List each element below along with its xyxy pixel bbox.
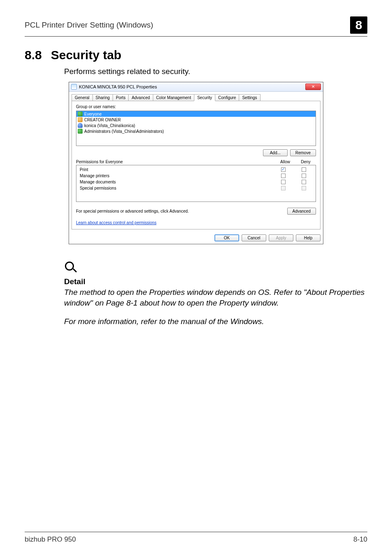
ok-button[interactable]: OK: [214, 234, 239, 241]
close-button[interactable]: ✕: [305, 83, 321, 90]
help-button[interactable]: Help: [296, 234, 321, 241]
intro-text: Performs settings related to security.: [64, 67, 367, 76]
permission-row: Manage printers: [78, 173, 314, 179]
printer-icon: [71, 84, 77, 90]
user-icon: [78, 123, 83, 128]
user-name: Administrators (Vista_China\Administrato…: [84, 129, 164, 134]
footer-right: 8-10: [353, 535, 367, 544]
deny-column-header: Deny: [295, 160, 316, 164]
section-title: Security tab: [51, 48, 122, 62]
group-icon: [78, 129, 83, 134]
tab-configure[interactable]: Configure: [215, 94, 239, 101]
tab-general[interactable]: General: [71, 94, 93, 101]
user-name: CREATOR OWNER: [84, 118, 121, 122]
tab-settings[interactable]: Settings: [239, 94, 260, 101]
remove-button[interactable]: Remove: [290, 149, 316, 156]
detail-paragraph-1: The method to open the Properties window…: [64, 287, 367, 308]
permissions-header-label: Permissions for Everyone: [76, 160, 275, 164]
deny-checkbox[interactable]: [302, 174, 306, 178]
deny-checkbox[interactable]: [302, 180, 306, 184]
dialog-title: KONICA MINOLTA 950 PCL Properties: [79, 84, 305, 89]
permission-label: Manage printers: [78, 174, 273, 179]
tabs-row: GeneralSharingPortsAdvancedColor Managem…: [71, 94, 321, 101]
chapter-number-box: 8: [350, 16, 367, 34]
deny-checkbox: [302, 186, 306, 190]
tab-ports[interactable]: Ports: [113, 94, 129, 101]
detail-paragraph-2: For more information, refer to the manua…: [64, 316, 367, 327]
permission-label: Special permissions: [78, 186, 273, 191]
permission-label: Print: [78, 167, 273, 173]
apply-button[interactable]: Apply: [269, 234, 293, 241]
cancel-button[interactable]: Cancel: [242, 234, 266, 241]
group-icon: [78, 111, 83, 116]
allow-checkbox[interactable]: [281, 167, 286, 172]
user-name: Everyone: [84, 112, 101, 116]
dialog-titlebar[interactable]: KONICA MINOLTA 950 PCL Properties ✕: [69, 82, 323, 92]
tab-advanced[interactable]: Advanced: [128, 94, 153, 101]
tab-color-management[interactable]: Color Management: [153, 94, 194, 101]
page-header-title: PCL Printer Driver Setting (Windows): [25, 21, 350, 30]
properties-dialog: KONICA MINOLTA 950 PCL Properties ✕ Gene…: [69, 82, 323, 244]
user-list[interactable]: EveryoneCREATOR OWNERkonica (Vista_China…: [76, 111, 316, 146]
advanced-button[interactable]: Advanced: [287, 208, 316, 215]
tab-security[interactable]: Security: [194, 94, 215, 101]
user-row[interactable]: konica (Vista_China\konica): [76, 123, 316, 128]
permission-row: Manage documents: [78, 179, 314, 185]
footer-left: bizhub PRO 950: [25, 535, 76, 544]
group-user-names-label: Group or user names:: [76, 104, 316, 109]
detail-heading: Detail: [64, 277, 367, 286]
deny-checkbox[interactable]: [302, 167, 306, 172]
permission-label: Manage documents: [78, 180, 273, 185]
owner-icon: [78, 117, 83, 122]
user-name: konica (Vista_China\konica): [84, 123, 135, 128]
allow-column-header: Allow: [275, 160, 295, 164]
permission-row: Special permissions: [78, 185, 314, 192]
add-button[interactable]: Add...: [263, 149, 288, 156]
allow-checkbox[interactable]: [281, 180, 286, 184]
allow-checkbox[interactable]: [281, 174, 286, 178]
security-tab-panel: Group or user names: EveryoneCREATOR OWN…: [71, 101, 321, 229]
permissions-list: PrintManage printersManage documentsSpec…: [76, 165, 316, 202]
section-number: 8.8: [25, 48, 42, 62]
permission-row: Print: [78, 167, 314, 173]
user-row[interactable]: CREATOR OWNER: [76, 117, 316, 123]
advanced-text: For special permissions or advanced sett…: [76, 209, 287, 213]
user-row[interactable]: Everyone: [76, 111, 316, 117]
tab-sharing[interactable]: Sharing: [92, 94, 113, 101]
user-row[interactable]: Administrators (Vista_China\Administrato…: [76, 128, 316, 134]
learn-link[interactable]: Learn about access control and permissio…: [76, 220, 157, 225]
allow-checkbox: [281, 186, 286, 190]
magnifier-icon: [64, 261, 79, 276]
